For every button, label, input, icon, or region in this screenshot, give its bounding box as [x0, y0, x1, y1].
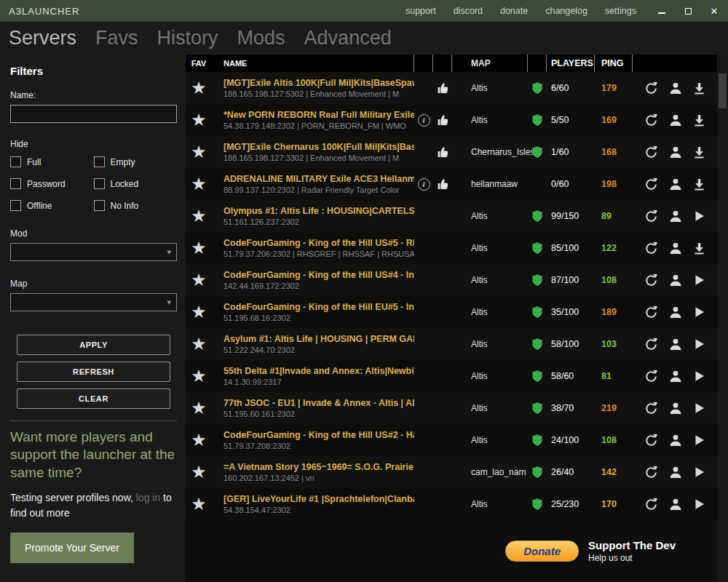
- table-row[interactable]: ★CodeFourGaming - King of the Hill US#5 …: [186, 232, 717, 264]
- play-icon[interactable]: [692, 274, 706, 286]
- scrollbar-thumb[interactable]: [719, 73, 727, 108]
- header-name[interactable]: NAME: [212, 55, 414, 72]
- table-row[interactable]: ★CodeFourGaming - King of the Hill US#4 …: [186, 264, 717, 296]
- person-icon[interactable]: [668, 306, 682, 319]
- promote-server-button[interactable]: Promote Your Server: [10, 533, 134, 563]
- person-icon[interactable]: [668, 81, 682, 95]
- play-icon[interactable]: [692, 498, 706, 510]
- table-row[interactable]: ★ADRENALINE MILITARY Exile ACE3 Hellanma…: [186, 168, 717, 200]
- refresh-icon[interactable]: [644, 113, 658, 127]
- info-icon[interactable]: i: [418, 114, 430, 127]
- person-icon[interactable]: [668, 498, 682, 511]
- checkbox-icon[interactable]: [10, 156, 21, 167]
- refresh-icon[interactable]: [644, 306, 658, 319]
- favorite-star-icon[interactable]: ★: [191, 79, 207, 97]
- checkbox-icon[interactable]: [94, 200, 105, 211]
- tab-history[interactable]: History: [157, 27, 218, 49]
- download-icon[interactable]: [692, 242, 706, 255]
- refresh-icon[interactable]: [644, 466, 658, 479]
- play-icon[interactable]: [692, 434, 706, 446]
- checkbox-icon[interactable]: [10, 178, 21, 189]
- favorite-star-icon[interactable]: ★: [191, 207, 207, 225]
- download-icon[interactable]: [692, 82, 706, 95]
- map-dropdown[interactable]: ▾: [10, 293, 177, 311]
- download-icon[interactable]: [692, 114, 706, 127]
- refresh-icon[interactable]: [644, 242, 658, 255]
- favorite-star-icon[interactable]: ★: [191, 143, 207, 161]
- table-row[interactable]: ★Asylum #1: Altis Life | HOUSING | PERM …: [186, 328, 717, 360]
- header-ping[interactable]: PING: [595, 55, 633, 72]
- name-filter-input[interactable]: [10, 105, 177, 123]
- table-row[interactable]: ★Olympus #1: Altis Life : HOUSING|CARTEL…: [186, 200, 717, 232]
- refresh-icon[interactable]: [644, 498, 658, 511]
- scrollbar[interactable]: [717, 55, 728, 582]
- refresh-icon[interactable]: [644, 274, 658, 287]
- refresh-button[interactable]: REFRESH: [17, 362, 170, 382]
- favorite-star-icon[interactable]: ★: [191, 111, 207, 129]
- checkbox-icon[interactable]: [94, 178, 105, 189]
- checkbox-icon[interactable]: [10, 200, 21, 211]
- favorite-star-icon[interactable]: ★: [191, 431, 207, 449]
- table-row[interactable]: ★[MGT]Exile Chernarus 100K|Full Mil|Kits…: [186, 136, 717, 168]
- refresh-icon[interactable]: [644, 370, 658, 383]
- tab-servers[interactable]: Servers: [9, 27, 76, 49]
- clear-button[interactable]: CLEAR: [17, 388, 170, 409]
- login-link[interactable]: log in: [136, 492, 160, 503]
- table-row[interactable]: ★*New PORN REBORN Real Full Military Exi…: [186, 104, 717, 136]
- discord-link[interactable]: discord: [454, 6, 483, 16]
- refresh-icon[interactable]: [644, 434, 658, 447]
- favorite-star-icon[interactable]: ★: [191, 495, 207, 513]
- favorite-star-icon[interactable]: ★: [191, 399, 207, 417]
- checkbox-password[interactable]: Password: [10, 178, 94, 189]
- play-icon[interactable]: [692, 370, 706, 382]
- person-icon[interactable]: [668, 113, 682, 127]
- favorite-star-icon[interactable]: ★: [191, 239, 207, 257]
- checkbox-locked[interactable]: Locked: [94, 178, 178, 189]
- favorite-star-icon[interactable]: ★: [191, 175, 207, 193]
- favorite-star-icon[interactable]: ★: [191, 335, 207, 353]
- tab-advanced[interactable]: Advanced: [304, 27, 392, 49]
- table-row[interactable]: ★[MGT]Exile Altis 100K|Full Mil|Kits|Bas…: [186, 72, 717, 104]
- play-icon[interactable]: [692, 402, 706, 414]
- settings-link[interactable]: settings: [605, 6, 636, 16]
- person-icon[interactable]: [668, 466, 682, 479]
- play-icon[interactable]: [692, 210, 706, 222]
- person-icon[interactable]: [668, 210, 682, 223]
- donate-link[interactable]: donate: [500, 6, 528, 16]
- header-map[interactable]: MAP: [452, 55, 528, 72]
- favorite-star-icon[interactable]: ★: [191, 303, 207, 321]
- close-button[interactable]: ✕: [709, 6, 719, 16]
- checkbox-noinfo[interactable]: No Info: [94, 200, 178, 211]
- favorite-star-icon[interactable]: ★: [191, 463, 207, 481]
- refresh-icon[interactable]: [644, 146, 658, 159]
- play-icon[interactable]: [692, 338, 706, 350]
- table-row[interactable]: ★77th JSOC - EU1 | Invade & Annex - Alti…: [186, 392, 717, 424]
- mod-dropdown[interactable]: ▾: [10, 243, 177, 261]
- apply-button[interactable]: APPLY: [17, 335, 170, 355]
- person-icon[interactable]: [668, 274, 682, 287]
- person-icon[interactable]: [668, 146, 682, 159]
- table-row[interactable]: ★CodeFourGaming - King of the Hill US#2 …: [186, 424, 717, 456]
- download-icon[interactable]: [692, 146, 706, 159]
- person-icon[interactable]: [668, 402, 682, 415]
- table-row[interactable]: ★CodeFourGaming - King of the Hill EU#5 …: [186, 296, 717, 328]
- changelog-link[interactable]: changelog: [545, 6, 587, 16]
- person-icon[interactable]: [668, 434, 682, 447]
- person-icon[interactable]: [668, 370, 682, 383]
- refresh-icon[interactable]: [644, 81, 658, 95]
- download-icon[interactable]: [692, 178, 706, 191]
- favorite-star-icon[interactable]: ★: [191, 271, 207, 289]
- checkbox-empty[interactable]: Empty: [94, 156, 178, 167]
- person-icon[interactable]: [668, 242, 682, 255]
- refresh-icon[interactable]: [644, 402, 658, 415]
- tab-favs[interactable]: Favs: [95, 27, 138, 49]
- header-players[interactable]: PLAYERS: [547, 55, 595, 72]
- play-icon[interactable]: [692, 306, 706, 318]
- donate-button[interactable]: Donate: [505, 541, 579, 562]
- play-icon[interactable]: [692, 466, 706, 478]
- table-row[interactable]: ★[GER] LiveYourLife #1 |Sprachtelefon|Cl…: [186, 488, 717, 520]
- refresh-icon[interactable]: [644, 338, 658, 351]
- support-link[interactable]: support: [405, 6, 436, 16]
- favorite-star-icon[interactable]: ★: [191, 367, 207, 385]
- table-row[interactable]: ★=A Vietnam Story 1965~1969= S.O.G. Prai…: [186, 456, 717, 488]
